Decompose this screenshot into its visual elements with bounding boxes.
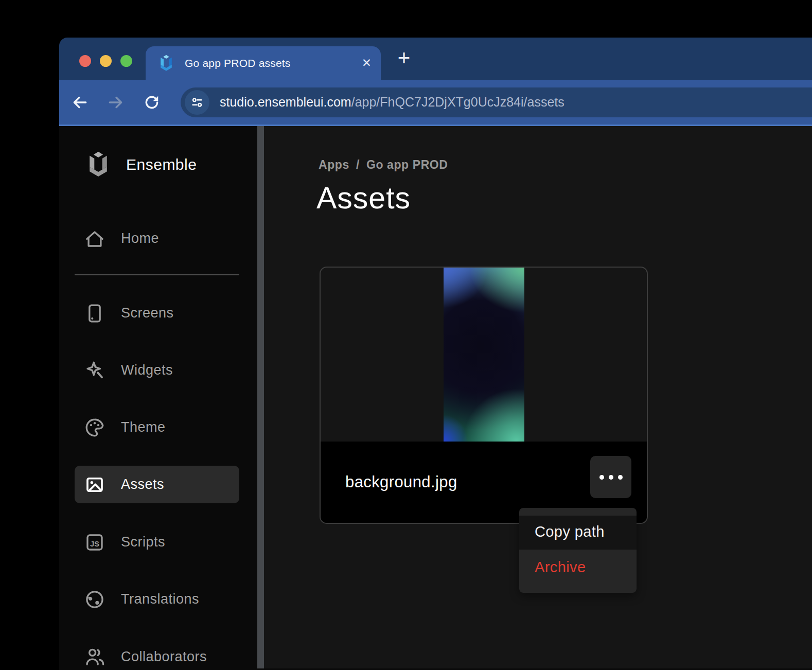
reload-button[interactable] xyxy=(140,91,163,114)
sidebar-item-label: Assets xyxy=(121,477,164,492)
sidebar-item-label: Scripts xyxy=(121,534,165,550)
sidebar-item-label: Screens xyxy=(121,305,174,321)
sidebar-item-label: Home xyxy=(121,231,159,246)
brand: Ensemble xyxy=(84,149,197,181)
tab-title: Go app PROD assets xyxy=(185,57,291,69)
sidebar-item-collaborators[interactable]: Collaborators xyxy=(75,638,239,670)
ellipsis-icon xyxy=(609,475,613,480)
svg-text:JS: JS xyxy=(90,539,99,548)
url-domain: studio.ensembleui.com xyxy=(220,95,351,109)
forward-button[interactable] xyxy=(104,91,127,114)
traffic-minimize-button[interactable] xyxy=(100,55,112,67)
browser-tab[interactable]: Go app PROD assets ✕ xyxy=(146,46,381,80)
breadcrumb-apps[interactable]: Apps xyxy=(319,158,349,172)
menu-item-copy-path[interactable]: Copy path xyxy=(519,516,637,550)
ellipsis-icon xyxy=(618,475,623,480)
new-tab-button[interactable]: + xyxy=(393,44,415,73)
screens-icon xyxy=(84,303,105,324)
asset-menu-button[interactable] xyxy=(590,456,631,498)
sidebar-item-screens[interactable]: Screens xyxy=(75,294,239,332)
breadcrumb: Apps / Go app PROD xyxy=(319,158,448,172)
browser-window: Go app PROD assets ✕ + xyxy=(59,38,812,670)
asset-card: background.jpg xyxy=(320,267,648,524)
traffic-zoom-button[interactable] xyxy=(120,55,132,67)
sidebar-item-translations[interactable]: Translations xyxy=(75,580,239,618)
sidebar: Ensemble Home Screens xyxy=(59,126,257,668)
page-title: Assets xyxy=(316,181,411,216)
brand-label: Ensemble xyxy=(126,156,197,173)
back-button[interactable] xyxy=(68,91,91,114)
collaborators-icon xyxy=(84,646,105,668)
asset-thumbnail-area xyxy=(321,268,647,442)
asset-thumbnail-image[interactable] xyxy=(444,268,524,442)
tune-icon xyxy=(189,95,205,110)
ellipsis-icon xyxy=(599,475,604,480)
ensemble-logo-icon xyxy=(84,150,113,179)
sidebar-scrollbar[interactable] xyxy=(257,126,264,668)
asset-context-menu: Copy path Archive xyxy=(519,508,637,593)
sidebar-item-label: Translations xyxy=(121,591,199,607)
browser-toolbar: studio.ensembleui.com/app/FhQC7J2DjXTg0U… xyxy=(59,80,812,126)
site-info-button[interactable] xyxy=(185,90,209,115)
asset-filename: background.jpg xyxy=(345,473,457,491)
home-icon xyxy=(84,228,105,250)
main-content: Apps / Go app PROD Assets background.jpg xyxy=(264,126,812,668)
sidebar-item-home[interactable]: Home xyxy=(75,220,239,257)
widgets-icon xyxy=(84,360,105,381)
url-path: /app/FhQC7J2DjXTg0UcJz84i/assets xyxy=(351,95,564,109)
sidebar-item-widgets[interactable]: Widgets xyxy=(75,351,239,389)
scripts-icon: JS xyxy=(84,532,105,553)
url-text: studio.ensembleui.com/app/FhQC7J2DjXTg0U… xyxy=(220,95,564,110)
translations-icon xyxy=(84,589,105,610)
ensemble-logo-icon xyxy=(157,54,175,73)
arrow-right-icon xyxy=(107,94,125,111)
browser-titlebar: Go app PROD assets ✕ + xyxy=(59,38,812,80)
sidebar-item-label: Widgets xyxy=(121,362,173,378)
sidebar-item-label: Theme xyxy=(121,419,166,435)
sidebar-item-assets[interactable]: Assets xyxy=(75,466,239,503)
reload-icon xyxy=(143,94,161,111)
sidebar-item-theme[interactable]: Theme xyxy=(75,409,239,446)
sidebar-item-label: Collaborators xyxy=(121,649,207,665)
breadcrumb-separator: / xyxy=(356,158,360,172)
arrow-left-icon xyxy=(71,94,89,111)
sidebar-item-scripts[interactable]: JS Scripts xyxy=(75,523,239,561)
theme-icon xyxy=(84,417,105,438)
url-bar[interactable]: studio.ensembleui.com/app/FhQC7J2DjXTg0U… xyxy=(181,87,812,117)
menu-item-archive[interactable]: Archive xyxy=(519,550,637,593)
breadcrumb-app-name[interactable]: Go app PROD xyxy=(366,158,448,172)
sidebar-divider xyxy=(75,274,239,275)
tab-close-icon[interactable]: ✕ xyxy=(362,46,372,80)
traffic-close-button[interactable] xyxy=(79,55,91,67)
assets-icon xyxy=(84,474,105,496)
